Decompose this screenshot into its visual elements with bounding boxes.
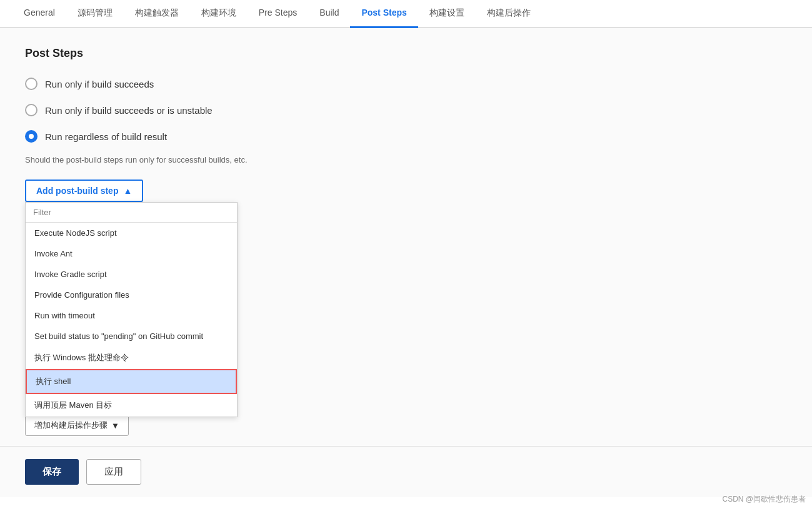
tab-env[interactable]: 构建环境 bbox=[190, 0, 248, 28]
radio-option-2[interactable]: Run only if build succeeds or is unstabl… bbox=[25, 104, 787, 116]
tab-presteps[interactable]: Pre Steps bbox=[248, 0, 308, 28]
dropdown-item-5[interactable]: Set build status to "pending" on GitHub … bbox=[26, 326, 237, 347]
dropdown-container: Add post-build step ▲ Execute NodeJS scr… bbox=[25, 180, 143, 202]
add-step-arrow: ▲ bbox=[123, 186, 132, 196]
add-post-build-step-button[interactable]: Add post-build step ▲ bbox=[25, 180, 143, 202]
tab-general[interactable]: General bbox=[13, 0, 66, 28]
filter-input[interactable] bbox=[26, 203, 237, 223]
dropdown-item-3[interactable]: Provide Configuration files bbox=[26, 285, 237, 305]
radio-option-1[interactable]: Run only if build succeeds bbox=[25, 78, 787, 90]
radio-circle-1 bbox=[25, 78, 38, 90]
tab-source[interactable]: 源码管理 bbox=[66, 0, 124, 28]
main-content: Post Steps Run only if build succeeds Ru… bbox=[0, 28, 812, 497]
watermark: CSDN @闫歇性悲伤患者 bbox=[722, 494, 806, 505]
dropdown-item-8[interactable]: 调用顶层 Maven 目标 bbox=[26, 394, 237, 417]
save-button[interactable]: 保存 bbox=[25, 459, 79, 485]
dropdown-item-6[interactable]: 执行 Windows 批处理命令 bbox=[26, 347, 237, 369]
add-actions-arrow: ▼ bbox=[111, 421, 119, 430]
tab-triggers[interactable]: 构建触发器 bbox=[124, 0, 190, 28]
tab-post-actions[interactable]: 构建后操作 bbox=[476, 0, 542, 28]
tab-build-settings[interactable]: 构建设置 bbox=[418, 0, 476, 28]
add-step-label: Add post-build step bbox=[36, 186, 118, 196]
dropdown-item-0[interactable]: Execute NodeJS script bbox=[26, 223, 237, 243]
tab-poststeps[interactable]: Post Steps bbox=[350, 0, 418, 28]
radio-circle-3 bbox=[25, 130, 38, 143]
dropdown-menu: Execute NodeJS script Invoke Ant Invoke … bbox=[25, 202, 238, 417]
bottom-bar: 保存 应用 bbox=[0, 446, 812, 497]
apply-button[interactable]: 应用 bbox=[86, 459, 141, 485]
radio-circle-2 bbox=[25, 104, 38, 116]
dropdown-item-1[interactable]: Invoke Ant bbox=[26, 243, 237, 264]
add-actions-label: 增加构建后操作步骤 bbox=[34, 420, 108, 431]
radio-group: Run only if build succeeds Run only if b… bbox=[25, 78, 787, 143]
radio-label-2: Run only if build succeeds or is unstabl… bbox=[45, 105, 213, 116]
dropdown-item-2[interactable]: Invoke Gradle script bbox=[26, 264, 237, 285]
radio-label-1: Run only if build succeeds bbox=[45, 79, 154, 89]
dropdown-item-4[interactable]: Run with timeout bbox=[26, 305, 237, 326]
hint-text: Should the post-build steps run only for… bbox=[25, 155, 787, 164]
dropdown-item-7[interactable]: 执行 shell bbox=[26, 369, 237, 394]
tab-build[interactable]: Build bbox=[308, 0, 350, 28]
page-title: Post Steps bbox=[25, 47, 787, 60]
radio-option-3[interactable]: Run regardless of build result bbox=[25, 130, 787, 143]
radio-label-3: Run regardless of build result bbox=[45, 131, 167, 142]
add-actions-button[interactable]: 增加构建后操作步骤 ▼ bbox=[25, 415, 129, 436]
tab-bar: General 源码管理 构建触发器 构建环境 Pre Steps Build … bbox=[0, 0, 812, 28]
